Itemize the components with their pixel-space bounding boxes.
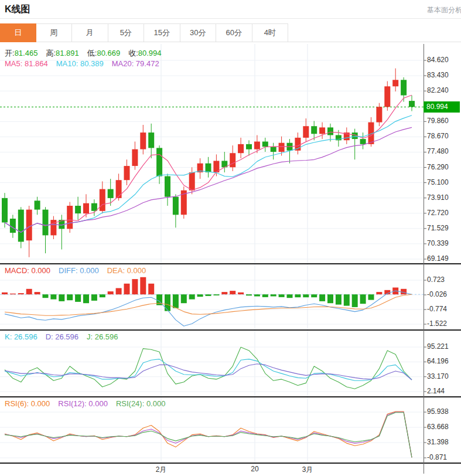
rsi-legend: RSI(6): 0.000RSI(12): 0.000RSI(24): 0.00…: [5, 399, 165, 408]
macd-legend: MACD: 0.000DIFF: 0.000DEA: 0.000: [5, 266, 146, 275]
y-axis-label: 2.144: [427, 387, 445, 395]
y-axis-label: 75.100: [427, 178, 449, 186]
page-header: K线图 基本面分析>: [0, 0, 461, 19]
period-tab-5[interactable]: 30分: [180, 23, 217, 42]
y-axis-label: 33.170: [427, 372, 449, 380]
kdj-legend: K: 26.596D: 26.596J: 26.596: [5, 332, 118, 341]
y-axis-label: 84.620: [427, 56, 449, 64]
y-axis-label: 95.221: [427, 342, 449, 351]
y-axis-label: 73.910: [427, 193, 449, 202]
y-axis-label: 69.149: [427, 254, 449, 263]
y-axis-label: 31.398: [427, 438, 449, 446]
ma-legend: MA5: 81.864MA10: 80.389MA20: 79.472: [5, 59, 159, 68]
period-tab-3[interactable]: 5分: [108, 23, 145, 42]
period-tab-6[interactable]: 60分: [216, 23, 252, 42]
legend-item: RSI(12): 0.000: [58, 399, 108, 408]
legend-item: D: 26.596: [46, 332, 78, 341]
legend-item: J: 26.596: [87, 332, 118, 341]
y-axis-label: 63.668: [427, 423, 449, 431]
period-tab-0[interactable]: 日: [0, 23, 36, 42]
legend-item: 低:80.669: [87, 48, 120, 59]
y-axis-label: 72.720: [427, 209, 449, 217]
period-tab-4[interactable]: 15分: [144, 23, 180, 42]
legend-item: 高:81.891: [46, 48, 78, 59]
page-title: K线图: [5, 4, 30, 16]
legend-item: MACD: 0.000: [5, 266, 50, 275]
period-tabs: 日周月5分15分30分60分4时: [0, 23, 461, 42]
period-tab-1[interactable]: 周: [36, 23, 73, 42]
x-axis-label: 2月: [156, 465, 167, 475]
legend-item: RSI(24): 0.000: [116, 399, 166, 408]
legend-item: DIFF: 0.000: [59, 266, 99, 275]
y-axis-label: -0.026: [427, 290, 447, 298]
current-price-badge: 80.994: [424, 101, 460, 113]
legend-item: K: 26.596: [5, 332, 37, 341]
legend-item: DEA: 0.000: [107, 266, 146, 275]
y-axis-label: 78.670: [427, 132, 449, 140]
x-axis-label: 3月: [302, 465, 313, 475]
y-axis-label: 82.240: [427, 86, 449, 94]
y-axis-label: 83.430: [427, 71, 449, 79]
period-tab-2[interactable]: 月: [72, 23, 108, 42]
legend-item: MA5: 81.864: [5, 59, 48, 68]
y-axis-label: 76.290: [427, 163, 449, 171]
legend-item: 开:81.465: [5, 48, 37, 59]
y-axis-label: 79.860: [427, 117, 449, 125]
y-axis-label: 0.723: [427, 276, 445, 284]
legend-item: 收:80.994: [128, 48, 161, 59]
legend-item: MA20: 79.472: [112, 59, 159, 68]
y-axis-label: 95.938: [427, 407, 449, 416]
y-axis-label: 77.480: [427, 147, 449, 155]
y-axis-label: -1.522: [427, 319, 447, 328]
y-axis-label: 71.529: [427, 224, 449, 232]
y-axis-label: 70.339: [427, 239, 449, 247]
x-axis-label: 20: [251, 465, 258, 473]
y-axis-label: -0.774: [427, 305, 447, 313]
y-axis-label: 64.196: [427, 357, 449, 365]
period-tab-7[interactable]: 4时: [252, 23, 289, 42]
fundamental-analysis-link[interactable]: 基本面分析>: [427, 5, 461, 15]
ohlc-legend: 开:81.465高:81.891低:80.669收:80.994: [5, 48, 162, 59]
legend-item: RSI(6): 0.000: [5, 399, 50, 408]
legend-item: MA10: 80.389: [56, 59, 104, 68]
y-axis-label: -0.871: [427, 453, 447, 461]
